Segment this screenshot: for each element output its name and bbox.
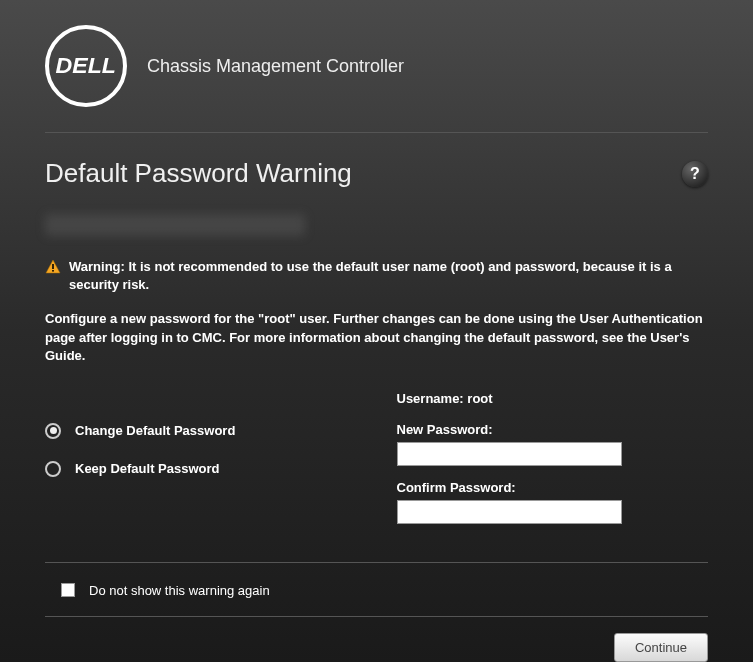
button-row: Continue: [45, 633, 708, 662]
product-title: Chassis Management Controller: [147, 56, 404, 77]
instruction-text: Configure a new password for the "root" …: [45, 310, 708, 365]
confirm-password-input[interactable]: [397, 500, 622, 524]
username-label: Username:: [397, 391, 464, 406]
new-password-label: New Password:: [397, 422, 709, 437]
dont-show-checkbox[interactable]: [61, 583, 75, 597]
title-row: Default Password Warning ?: [45, 158, 708, 189]
radio-change-label: Change Default Password: [75, 423, 235, 438]
username-value: root: [467, 391, 492, 406]
warning-text: Warning: It is not recommended to use th…: [69, 258, 708, 294]
header: DELL Chassis Management Controller: [45, 25, 708, 133]
radio-keep-label: Keep Default Password: [75, 461, 220, 476]
svg-rect-2: [52, 270, 54, 272]
radio-indicator-checked: [45, 423, 61, 439]
confirm-password-label: Confirm Password:: [397, 480, 709, 495]
radio-keep-password[interactable]: Keep Default Password: [45, 461, 357, 477]
radio-indicator-unchecked: [45, 461, 61, 477]
continue-button[interactable]: Continue: [614, 633, 708, 662]
username-line: Username: root: [397, 391, 709, 406]
dell-logo-text: DELL: [56, 53, 116, 79]
warning-icon: [45, 259, 61, 279]
checkbox-row: Do not show this warning again: [45, 579, 708, 617]
dell-logo: DELL: [45, 25, 127, 107]
input-column: Username: root New Password: Confirm Pas…: [397, 391, 709, 538]
warning-row: Warning: It is not recommended to use th…: [45, 258, 708, 294]
page-title: Default Password Warning: [45, 158, 352, 189]
svg-rect-1: [52, 264, 54, 269]
help-icon[interactable]: ?: [682, 161, 708, 187]
radio-group: Change Default Password Keep Default Pas…: [45, 391, 357, 538]
radio-change-password[interactable]: Change Default Password: [45, 423, 357, 439]
obscured-text: [45, 214, 305, 236]
form-area: Change Default Password Keep Default Pas…: [45, 391, 708, 563]
new-password-input[interactable]: [397, 442, 622, 466]
dont-show-label: Do not show this warning again: [89, 583, 270, 598]
